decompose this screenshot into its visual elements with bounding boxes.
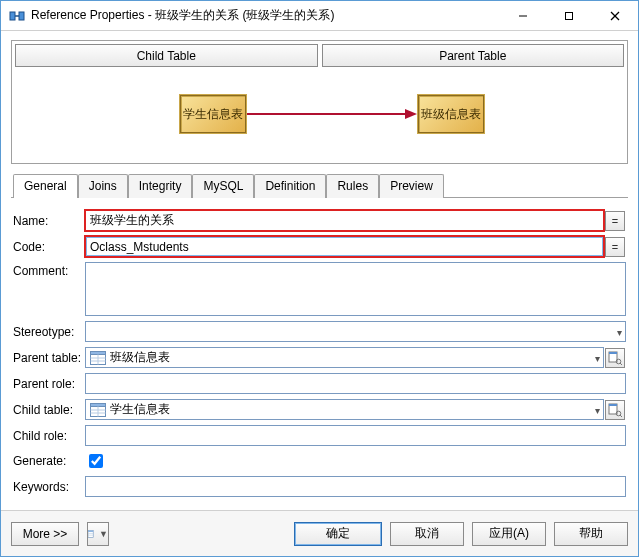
svg-line-24 xyxy=(620,415,622,417)
child-table-label: Child table: xyxy=(13,403,85,417)
menu-icon xyxy=(88,528,96,540)
parent-role-label: Parent role: xyxy=(13,377,85,391)
parent-entity-box[interactable]: 班级信息表 xyxy=(418,95,484,133)
svg-rect-0 xyxy=(10,12,15,20)
ok-button[interactable]: 确定 xyxy=(294,522,382,546)
maximize-button[interactable] xyxy=(546,1,592,30)
stereotype-label: Stereotype: xyxy=(13,325,85,339)
relationship-diagram: 学生信息表 班级信息表 xyxy=(15,67,624,163)
titlebar: Reference Properties - 班级学生的关系 (班级学生的关系) xyxy=(1,1,638,31)
code-label: Code: xyxy=(13,240,85,254)
more-button[interactable]: More >> xyxy=(11,522,79,546)
name-eq-button[interactable]: = xyxy=(605,211,625,231)
client-area: Child Table Parent Table 学生信息表 班级信息表 Gen… xyxy=(1,31,638,556)
table-icon xyxy=(90,403,106,417)
keywords-field[interactable] xyxy=(85,476,626,497)
child-table-combo[interactable]: 学生信息表 xyxy=(85,399,604,420)
svg-rect-4 xyxy=(566,12,573,19)
svg-rect-22 xyxy=(609,404,617,406)
reference-icon xyxy=(9,8,25,24)
tab-strip: General Joins Integrity MySQL Definition… xyxy=(11,174,628,198)
name-field[interactable] xyxy=(85,210,604,231)
window: Reference Properties - 班级学生的关系 (班级学生的关系)… xyxy=(0,0,639,557)
apply-button[interactable]: 应用(A) xyxy=(472,522,546,546)
diagram-panel: Child Table Parent Table 学生信息表 班级信息表 xyxy=(11,40,628,164)
parent-table-props-button[interactable] xyxy=(605,348,625,368)
parent-table-label: Parent table: xyxy=(13,351,85,365)
table-icon xyxy=(90,351,106,365)
tab-general[interactable]: General xyxy=(13,174,78,198)
keywords-label: Keywords: xyxy=(13,480,85,494)
help-button[interactable]: 帮助 xyxy=(554,522,628,546)
parent-table-combo[interactable]: 班级信息表 xyxy=(85,347,604,368)
chevron-down-icon: ▼ xyxy=(99,529,108,539)
cancel-button[interactable]: 取消 xyxy=(390,522,464,546)
svg-line-15 xyxy=(620,363,622,365)
svg-rect-17 xyxy=(91,403,106,406)
footer-bar: More >> ▼ 确定 取消 应用(A) 帮助 xyxy=(1,510,638,556)
name-label: Name: xyxy=(13,214,85,228)
child-entity-box[interactable]: 学生信息表 xyxy=(180,95,246,133)
minimize-button[interactable] xyxy=(500,1,546,30)
svg-rect-8 xyxy=(91,351,106,354)
parent-table-label: Parent Table xyxy=(439,49,506,63)
tab-preview[interactable]: Preview xyxy=(379,174,444,198)
parent-table-button[interactable]: Parent Table xyxy=(322,44,625,67)
child-table-props-button[interactable] xyxy=(605,400,625,420)
tab-definition[interactable]: Definition xyxy=(254,174,326,198)
code-field[interactable] xyxy=(85,236,604,257)
menu-button[interactable]: ▼ xyxy=(87,522,109,546)
svg-rect-1 xyxy=(19,12,24,20)
stereotype-combo[interactable] xyxy=(85,321,626,342)
child-role-label: Child role: xyxy=(13,429,85,443)
parent-role-field[interactable] xyxy=(85,373,626,394)
child-table-button[interactable]: Child Table xyxy=(15,44,318,67)
tab-integrity[interactable]: Integrity xyxy=(128,174,193,198)
comment-field[interactable] xyxy=(85,262,626,316)
svg-rect-26 xyxy=(88,530,93,531)
tab-joins[interactable]: Joins xyxy=(78,174,128,198)
arrow-head-icon xyxy=(405,109,417,119)
code-eq-button[interactable]: = xyxy=(605,237,625,257)
tab-mysql[interactable]: MySQL xyxy=(192,174,254,198)
window-buttons xyxy=(500,1,638,30)
parent-table-value: 班级信息表 xyxy=(110,349,170,366)
comment-label: Comment: xyxy=(13,262,85,278)
tab-rules[interactable]: Rules xyxy=(326,174,379,198)
arrow-line xyxy=(247,113,407,115)
general-form: Name: = Code: = Comment: Stereotype: ▾ P… xyxy=(11,210,628,497)
svg-rect-13 xyxy=(609,352,617,354)
generate-label: Generate: xyxy=(13,454,85,468)
close-button[interactable] xyxy=(592,1,638,30)
child-table-value: 学生信息表 xyxy=(110,401,170,418)
generate-checkbox[interactable] xyxy=(89,454,103,468)
child-table-label: Child Table xyxy=(137,49,196,63)
child-role-field[interactable] xyxy=(85,425,626,446)
window-title: Reference Properties - 班级学生的关系 (班级学生的关系) xyxy=(31,7,500,24)
